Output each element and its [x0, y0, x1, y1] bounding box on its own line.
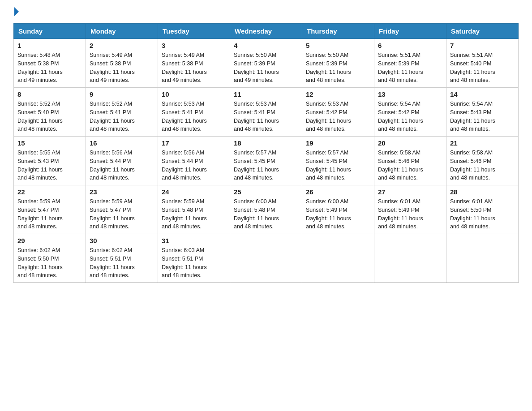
day-info: Sunrise: 5:49 AM Sunset: 5:38 PM Dayligh…	[162, 51, 226, 85]
day-number: 16	[90, 139, 154, 147]
col-header-saturday: Saturday	[446, 24, 519, 39]
day-number: 13	[378, 90, 442, 98]
day-cell: 10 Sunrise: 5:53 AM Sunset: 5:41 PM Dayl…	[158, 88, 230, 137]
day-info: Sunrise: 6:00 AM Sunset: 5:49 PM Dayligh…	[306, 197, 370, 231]
day-number: 26	[306, 188, 370, 196]
day-cell: 25 Sunrise: 6:00 AM Sunset: 5:48 PM Dayl…	[230, 185, 302, 234]
day-cell: 11 Sunrise: 5:53 AM Sunset: 5:41 PM Dayl…	[230, 88, 302, 137]
day-number: 14	[450, 90, 515, 98]
day-number: 9	[90, 90, 154, 98]
week-row-3: 15 Sunrise: 5:55 AM Sunset: 5:43 PM Dayl…	[14, 137, 519, 185]
day-info: Sunrise: 5:54 AM Sunset: 5:43 PM Dayligh…	[450, 100, 515, 133]
day-cell	[374, 234, 446, 283]
day-number: 1	[17, 42, 82, 49]
day-cell: 1 Sunrise: 5:48 AM Sunset: 5:38 PM Dayli…	[14, 39, 86, 88]
page-header	[13, 9, 519, 16]
day-info: Sunrise: 5:48 AM Sunset: 5:38 PM Dayligh…	[17, 51, 82, 85]
day-info: Sunrise: 6:01 AM Sunset: 5:50 PM Dayligh…	[450, 197, 515, 231]
day-cell: 5 Sunrise: 5:50 AM Sunset: 5:39 PM Dayli…	[302, 39, 374, 88]
day-cell: 14 Sunrise: 5:54 AM Sunset: 5:43 PM Dayl…	[446, 88, 519, 137]
day-info: Sunrise: 5:52 AM Sunset: 5:40 PM Dayligh…	[17, 100, 82, 133]
day-cell: 17 Sunrise: 5:56 AM Sunset: 5:44 PM Dayl…	[158, 137, 230, 185]
day-cell: 23 Sunrise: 5:59 AM Sunset: 5:47 PM Dayl…	[86, 185, 158, 234]
day-info: Sunrise: 6:01 AM Sunset: 5:49 PM Dayligh…	[378, 197, 442, 231]
day-cell: 22 Sunrise: 5:59 AM Sunset: 5:47 PM Dayl…	[14, 185, 86, 234]
day-info: Sunrise: 5:56 AM Sunset: 5:44 PM Dayligh…	[90, 149, 154, 182]
day-cell: 3 Sunrise: 5:49 AM Sunset: 5:38 PM Dayli…	[158, 39, 230, 88]
day-number: 11	[234, 90, 298, 98]
day-cell: 24 Sunrise: 5:59 AM Sunset: 5:48 PM Dayl…	[158, 185, 230, 234]
col-header-sunday: Sunday	[14, 24, 86, 39]
calendar-header: SundayMondayTuesdayWednesdayThursdayFrid…	[14, 24, 519, 39]
day-info: Sunrise: 5:51 AM Sunset: 5:40 PM Dayligh…	[450, 51, 515, 85]
day-number: 15	[17, 139, 82, 147]
day-info: Sunrise: 5:49 AM Sunset: 5:38 PM Dayligh…	[90, 51, 154, 85]
day-info: Sunrise: 5:52 AM Sunset: 5:41 PM Dayligh…	[90, 100, 154, 133]
day-cell: 31 Sunrise: 6:03 AM Sunset: 5:51 PM Dayl…	[158, 234, 230, 283]
day-info: Sunrise: 6:02 AM Sunset: 5:50 PM Dayligh…	[17, 246, 82, 280]
day-number: 12	[306, 90, 370, 98]
day-cell: 20 Sunrise: 5:58 AM Sunset: 5:46 PM Dayl…	[374, 137, 446, 185]
day-info: Sunrise: 6:00 AM Sunset: 5:48 PM Dayligh…	[234, 197, 298, 231]
day-number: 30	[90, 237, 154, 244]
col-header-thursday: Thursday	[302, 24, 374, 39]
day-info: Sunrise: 5:59 AM Sunset: 5:47 PM Dayligh…	[90, 197, 154, 231]
logo	[13, 9, 19, 16]
day-cell: 6 Sunrise: 5:51 AM Sunset: 5:39 PM Dayli…	[374, 39, 446, 88]
day-number: 29	[17, 237, 82, 244]
day-number: 5	[306, 42, 370, 49]
day-info: Sunrise: 6:03 AM Sunset: 5:51 PM Dayligh…	[162, 246, 226, 280]
day-cell: 12 Sunrise: 5:53 AM Sunset: 5:42 PM Dayl…	[302, 88, 374, 137]
day-info: Sunrise: 5:56 AM Sunset: 5:44 PM Dayligh…	[162, 149, 226, 182]
col-header-friday: Friday	[374, 24, 446, 39]
week-row-2: 8 Sunrise: 5:52 AM Sunset: 5:40 PM Dayli…	[14, 88, 519, 137]
col-header-monday: Monday	[86, 24, 158, 39]
day-cell	[446, 234, 519, 283]
day-number: 4	[234, 42, 298, 49]
day-number: 22	[17, 188, 82, 196]
day-cell: 27 Sunrise: 6:01 AM Sunset: 5:49 PM Dayl…	[374, 185, 446, 234]
day-cell: 21 Sunrise: 5:58 AM Sunset: 5:46 PM Dayl…	[446, 137, 519, 185]
day-info: Sunrise: 5:50 AM Sunset: 5:39 PM Dayligh…	[234, 51, 298, 85]
day-number: 23	[90, 188, 154, 196]
day-number: 31	[162, 237, 226, 244]
day-number: 19	[306, 139, 370, 147]
day-number: 17	[162, 139, 226, 147]
day-number: 25	[234, 188, 298, 196]
day-info: Sunrise: 5:59 AM Sunset: 5:48 PM Dayligh…	[162, 197, 226, 231]
day-cell: 15 Sunrise: 5:55 AM Sunset: 5:43 PM Dayl…	[14, 137, 86, 185]
day-info: Sunrise: 6:02 AM Sunset: 5:51 PM Dayligh…	[90, 246, 154, 280]
col-header-wednesday: Wednesday	[230, 24, 302, 39]
day-cell: 4 Sunrise: 5:50 AM Sunset: 5:39 PM Dayli…	[230, 39, 302, 88]
day-info: Sunrise: 5:54 AM Sunset: 5:42 PM Dayligh…	[378, 100, 442, 133]
week-row-4: 22 Sunrise: 5:59 AM Sunset: 5:47 PM Dayl…	[14, 185, 519, 234]
day-number: 7	[450, 42, 515, 49]
day-number: 3	[162, 42, 226, 49]
day-number: 28	[450, 188, 515, 196]
day-info: Sunrise: 5:58 AM Sunset: 5:46 PM Dayligh…	[378, 149, 442, 182]
day-info: Sunrise: 5:57 AM Sunset: 5:45 PM Dayligh…	[306, 149, 370, 182]
calendar-body: 1 Sunrise: 5:48 AM Sunset: 5:38 PM Dayli…	[14, 39, 519, 283]
day-info: Sunrise: 5:53 AM Sunset: 5:41 PM Dayligh…	[234, 100, 298, 133]
day-info: Sunrise: 5:53 AM Sunset: 5:41 PM Dayligh…	[162, 100, 226, 133]
day-info: Sunrise: 5:50 AM Sunset: 5:39 PM Dayligh…	[306, 51, 370, 85]
day-number: 20	[378, 139, 442, 147]
day-cell: 29 Sunrise: 6:02 AM Sunset: 5:50 PM Dayl…	[14, 234, 86, 283]
day-number: 27	[378, 188, 442, 196]
col-header-tuesday: Tuesday	[158, 24, 230, 39]
week-row-1: 1 Sunrise: 5:48 AM Sunset: 5:38 PM Dayli…	[14, 39, 519, 88]
day-info: Sunrise: 5:51 AM Sunset: 5:39 PM Dayligh…	[378, 51, 442, 85]
day-number: 8	[17, 90, 82, 98]
day-cell: 2 Sunrise: 5:49 AM Sunset: 5:38 PM Dayli…	[86, 39, 158, 88]
day-number: 6	[378, 42, 442, 49]
day-number: 18	[234, 139, 298, 147]
day-info: Sunrise: 5:55 AM Sunset: 5:43 PM Dayligh…	[17, 149, 82, 182]
calendar-table: SundayMondayTuesdayWednesdayThursdayFrid…	[13, 23, 519, 283]
day-info: Sunrise: 5:53 AM Sunset: 5:42 PM Dayligh…	[306, 100, 370, 133]
day-cell: 18 Sunrise: 5:57 AM Sunset: 5:45 PM Dayl…	[230, 137, 302, 185]
day-cell: 28 Sunrise: 6:01 AM Sunset: 5:50 PM Dayl…	[446, 185, 519, 234]
day-cell: 30 Sunrise: 6:02 AM Sunset: 5:51 PM Dayl…	[86, 234, 158, 283]
day-cell: 13 Sunrise: 5:54 AM Sunset: 5:42 PM Dayl…	[374, 88, 446, 137]
day-cell: 16 Sunrise: 5:56 AM Sunset: 5:44 PM Dayl…	[86, 137, 158, 185]
day-cell: 26 Sunrise: 6:00 AM Sunset: 5:49 PM Dayl…	[302, 185, 374, 234]
